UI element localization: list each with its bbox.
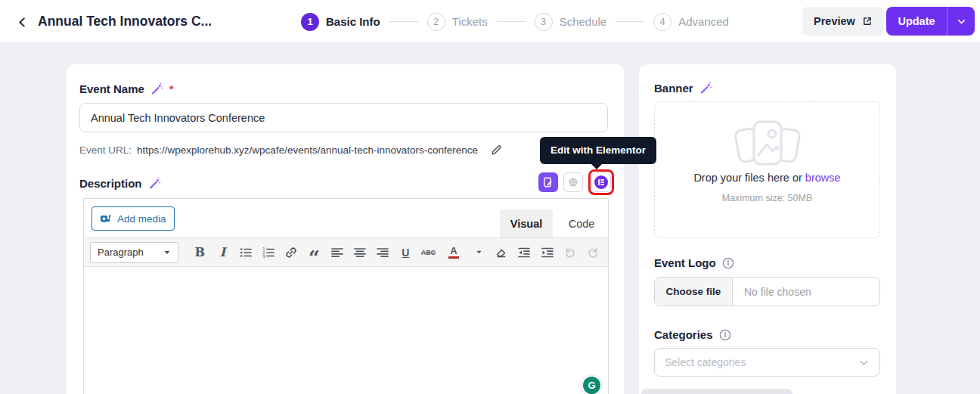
underline-button[interactable]: U bbox=[397, 244, 415, 262]
caret-down-icon bbox=[476, 249, 482, 256]
italic-button[interactable]: I bbox=[214, 244, 232, 262]
update-button[interactable]: Update bbox=[886, 7, 947, 36]
browse-link[interactable]: browse bbox=[805, 172, 841, 184]
tab-code[interactable]: Code bbox=[562, 209, 601, 237]
info-icon[interactable] bbox=[719, 329, 731, 341]
builder-grid-button[interactable] bbox=[563, 172, 583, 192]
edit-with-elementor-button[interactable] bbox=[591, 172, 611, 192]
indent-button[interactable] bbox=[538, 244, 557, 262]
event-name-label-row: Event Name * bbox=[79, 82, 173, 95]
strikethrough-button[interactable]: ABC bbox=[420, 244, 438, 262]
categories-label-row: Categories bbox=[654, 328, 731, 341]
align-right-button[interactable] bbox=[374, 244, 392, 262]
step-advanced[interactable]: 4 Advanced bbox=[653, 13, 729, 31]
elementor-tooltip: Edit with Elementor bbox=[540, 137, 656, 164]
step-number: 1 bbox=[301, 13, 319, 31]
edit-url-button[interactable] bbox=[489, 143, 503, 157]
event-logo-label-row: Event Logo bbox=[654, 256, 734, 269]
add-media-label: Add media bbox=[117, 213, 166, 225]
align-left-button[interactable] bbox=[328, 244, 346, 262]
blockquote-button[interactable]: “ bbox=[305, 244, 324, 262]
outdent-icon bbox=[517, 246, 531, 259]
chevron-down-icon bbox=[957, 17, 966, 26]
basic-info-panel: Event Name * Event URL: https://wpexplor… bbox=[67, 64, 624, 394]
classic-editor-icon bbox=[542, 176, 554, 188]
undo-icon bbox=[563, 246, 577, 259]
info-icon[interactable] bbox=[722, 257, 734, 269]
magic-wand-icon[interactable] bbox=[150, 82, 163, 95]
step-connector bbox=[497, 21, 526, 22]
redo-icon bbox=[586, 246, 600, 259]
event-name-input[interactable] bbox=[79, 103, 608, 132]
undo-button[interactable] bbox=[561, 244, 579, 262]
text-color-letter: A bbox=[450, 247, 457, 256]
description-label: Description bbox=[79, 177, 142, 190]
bullet-list-button[interactable] bbox=[237, 244, 255, 262]
event-url-label: Event URL: bbox=[79, 144, 132, 156]
align-center-button[interactable] bbox=[351, 244, 369, 262]
preview-button-label: Preview bbox=[814, 15, 855, 27]
eraser-icon bbox=[495, 246, 508, 259]
cutoff-element bbox=[641, 389, 792, 394]
builder-grid-icon bbox=[567, 176, 579, 188]
required-asterisk: * bbox=[169, 83, 173, 95]
update-dropdown-button[interactable] bbox=[947, 7, 975, 36]
media-panel: Banner Drop your files here or browse bbox=[639, 64, 896, 394]
dropzone-text: Drop your files here or browse bbox=[655, 172, 879, 184]
bold-button[interactable]: B bbox=[191, 244, 209, 262]
wizard-stepper: 1 Basic Info 2 Tickets 3 Schedule 4 Adva… bbox=[301, 0, 729, 43]
step-tickets[interactable]: 2 Tickets bbox=[427, 13, 488, 31]
categories-select[interactable]: Select categories bbox=[654, 348, 880, 377]
banner-dropzone[interactable]: Drop your files here or browse Maximum s… bbox=[654, 101, 880, 238]
bullet-list-icon bbox=[239, 246, 253, 259]
back-chevron-icon bbox=[17, 17, 28, 28]
add-media-button[interactable]: Add media bbox=[91, 206, 175, 231]
classic-editor-button[interactable] bbox=[538, 172, 558, 192]
choose-file-button[interactable]: Choose file bbox=[655, 278, 733, 306]
numbered-list-button[interactable]: 1 2 3 bbox=[259, 244, 278, 262]
preview-button[interactable]: Preview bbox=[802, 7, 884, 36]
max-size-text: Maximum size: 50MB bbox=[655, 193, 879, 203]
paragraph-format-value: Paragraph bbox=[98, 247, 144, 258]
step-number: 3 bbox=[535, 13, 553, 31]
clear-formatting-button[interactable] bbox=[492, 244, 510, 262]
step-label: Tickets bbox=[452, 15, 488, 28]
page-title: Annual Tech Innovators C... bbox=[38, 0, 212, 43]
paragraph-format-select[interactable]: Paragraph bbox=[90, 242, 178, 263]
no-file-chosen-text: No file chosen bbox=[733, 278, 879, 306]
description-editor: Add media Visual Code Paragraph B I bbox=[83, 198, 609, 394]
drop-files-text: Drop your files here or bbox=[693, 172, 802, 184]
event-url-value: https://wpexplorehub.xyz/wpcafe/events/a… bbox=[137, 144, 478, 156]
magic-wand-icon[interactable] bbox=[148, 177, 161, 190]
text-color-caret-button[interactable] bbox=[470, 244, 488, 262]
numbered-list-icon: 1 2 3 bbox=[262, 246, 275, 259]
editor-content-area[interactable] bbox=[84, 267, 608, 394]
step-label: Schedule bbox=[560, 15, 607, 28]
step-schedule[interactable]: 3 Schedule bbox=[535, 13, 607, 31]
grammarly-badge[interactable]: G bbox=[581, 374, 603, 394]
insert-link-button[interactable] bbox=[282, 244, 300, 262]
text-color-button[interactable]: A bbox=[442, 244, 465, 262]
step-number: 4 bbox=[653, 13, 671, 31]
banner-label: Banner bbox=[654, 82, 693, 95]
description-label-row: Description bbox=[79, 177, 161, 190]
editor-topbar: Add media Visual Code bbox=[84, 199, 608, 237]
link-icon bbox=[284, 246, 298, 259]
align-left-icon bbox=[330, 246, 344, 259]
step-connector bbox=[389, 21, 418, 22]
banner-label-row: Banner bbox=[654, 82, 712, 95]
back-button[interactable] bbox=[12, 12, 32, 32]
event-logo-label: Event Logo bbox=[654, 256, 716, 269]
editor-switcher-icons bbox=[538, 169, 614, 195]
categories-label: Categories bbox=[654, 328, 713, 341]
indent-icon bbox=[541, 246, 554, 259]
magic-wand-icon[interactable] bbox=[699, 82, 712, 95]
redo-button[interactable] bbox=[584, 244, 602, 262]
outdent-button[interactable] bbox=[516, 244, 534, 262]
tab-visual[interactable]: Visual bbox=[500, 209, 553, 237]
step-label: Advanced bbox=[678, 15, 729, 28]
text-color-swatch bbox=[448, 256, 459, 259]
event-logo-file-input: Choose file No file chosen bbox=[654, 277, 880, 306]
add-media-icon bbox=[100, 213, 112, 225]
step-basic-info[interactable]: 1 Basic Info bbox=[301, 13, 380, 31]
